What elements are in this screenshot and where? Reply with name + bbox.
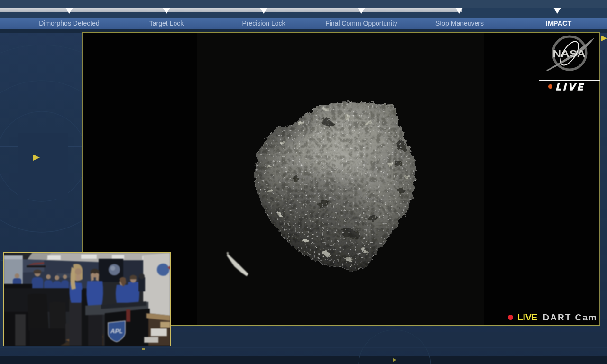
svg-text:APL: APL: [110, 328, 123, 335]
svg-text:NASA: NASA: [553, 48, 586, 59]
